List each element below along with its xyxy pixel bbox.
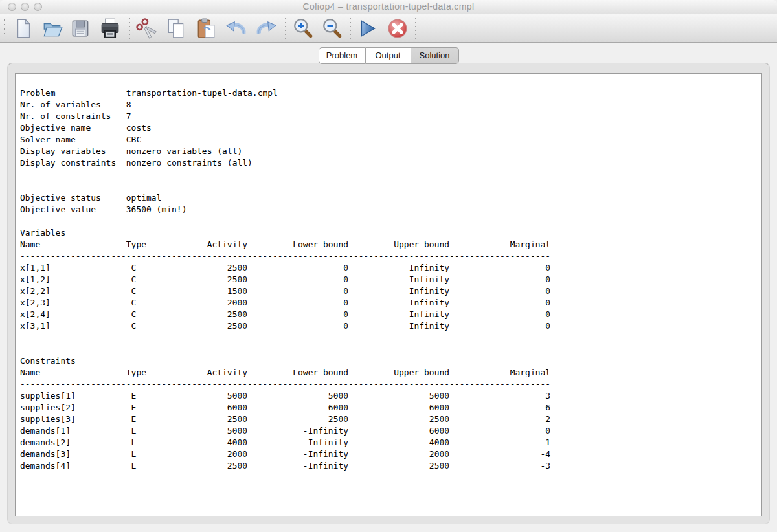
tab-bar: Problem Output Solution — [0, 47, 777, 64]
undo-icon — [225, 17, 247, 39]
window-controls — [8, 3, 42, 11]
window-body: Problem Output Solution ----------------… — [0, 43, 777, 532]
stop-cancel-button[interactable] — [387, 17, 409, 39]
new-document-button[interactable] — [12, 17, 34, 39]
stop-icon — [387, 17, 409, 39]
cut-button[interactable] — [135, 17, 157, 39]
window-title: Coliop4 – transportation-tupel-data.cmpl — [0, 0, 777, 14]
zoom-out-button[interactable] — [321, 17, 343, 39]
paste-button[interactable] — [196, 17, 218, 39]
run-icon — [356, 17, 378, 39]
redo-button[interactable] — [255, 17, 277, 39]
zoom-in-icon — [292, 17, 314, 39]
open-folder-icon — [41, 17, 63, 39]
redo-icon — [255, 17, 277, 39]
run-solve-button[interactable] — [356, 17, 378, 39]
toolbar-drag-handle[interactable] — [4, 19, 5, 38]
zoom-in-button[interactable] — [292, 17, 314, 39]
copy-button[interactable] — [165, 17, 187, 39]
toolbar — [0, 14, 777, 43]
cut-scissors-icon — [135, 17, 157, 39]
new-document-icon — [12, 17, 34, 39]
toolbar-separator — [415, 18, 416, 39]
zoom-button[interactable] — [34, 3, 42, 11]
paste-icon — [196, 17, 218, 39]
tab-output[interactable]: Output — [366, 47, 411, 64]
save-file-button[interactable] — [69, 17, 91, 39]
solution-text: ----------------------------------------… — [16, 74, 761, 485]
print-button[interactable] — [99, 17, 121, 39]
undo-button[interactable] — [225, 17, 247, 39]
app-window: { "window": { "title": "Coliop4 – transp… — [0, 0, 777, 532]
toolbar-separator — [350, 18, 351, 39]
minimize-button[interactable] — [21, 3, 29, 11]
solution-output[interactable]: ----------------------------------------… — [15, 73, 762, 516]
copy-icon — [165, 17, 187, 39]
toolbar-separator — [285, 18, 286, 39]
tab-solution[interactable]: Solution — [411, 47, 459, 64]
close-button[interactable] — [8, 3, 16, 11]
toolbar-separator — [129, 18, 130, 39]
save-floppy-icon — [69, 17, 91, 39]
tab-problem[interactable]: Problem — [319, 47, 366, 64]
printer-icon — [99, 17, 121, 39]
title-bar: Coliop4 – transportation-tupel-data.cmpl — [0, 0, 777, 14]
zoom-out-icon — [321, 17, 343, 39]
open-file-button[interactable] — [41, 17, 63, 39]
